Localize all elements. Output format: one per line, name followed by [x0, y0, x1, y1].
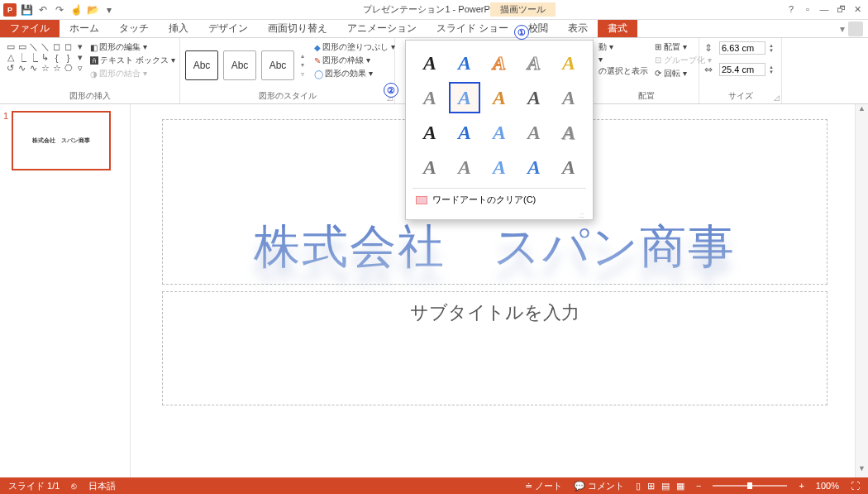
wordart-style-15[interactable]: A [553, 117, 584, 148]
group-size: ⇕ ▲▼ ⇔ ▲▼ サイズ ◿ [699, 38, 782, 103]
zoom-level[interactable]: 100% [816, 481, 839, 491]
fit-window-icon[interactable]: ⛶ [851, 481, 860, 491]
wordart-style-9[interactable]: A [518, 82, 550, 113]
touch-mode-icon[interactable]: ☝ [69, 3, 83, 17]
account-avatar[interactable] [848, 22, 863, 36]
style-preset-2[interactable]: Abc [223, 50, 256, 80]
selection-pane-button[interactable]: の選択と表示 [599, 65, 648, 77]
wordart-style-17[interactable]: A [449, 151, 480, 183]
open-icon[interactable]: 📂 [86, 3, 99, 17]
tab-insert[interactable]: 挿入 [159, 20, 198, 37]
slide-indicator[interactable]: スライド 1/1 [8, 480, 60, 492]
scroll-down-icon[interactable]: ▼ [856, 464, 868, 477]
group-insert-shapes: ▭▭＼＼◻◻▾ △⎿⎿↳{}▾ ↺∿∿☆☆⎔▿ ◧図形の編集 ▾ 🅰テキスト ボ… [0, 38, 180, 103]
rotate-icon: ⟳ [655, 69, 661, 78]
wordart-style-1[interactable]: A [414, 47, 446, 79]
gallery-more-icon[interactable]: ▿ [301, 70, 304, 78]
eraser-icon [416, 196, 427, 204]
dropdown-resize-grip[interactable]: .:: [413, 211, 586, 219]
wordart-style-2[interactable]: A [449, 47, 480, 79]
spellcheck-icon[interactable]: ⎋ [71, 481, 77, 491]
tab-view[interactable]: 表示 [558, 20, 598, 37]
gallery-up-icon[interactable]: ▴ [301, 52, 304, 60]
tab-file[interactable]: ファイル [0, 20, 60, 37]
undo-icon[interactable]: ↶ [36, 3, 50, 17]
ribbon-collapse-icon[interactable]: ▾ [840, 23, 845, 35]
comments-button[interactable]: 💬 コメント [574, 480, 624, 492]
tab-touch[interactable]: タッチ [109, 20, 159, 37]
title-bar: P 💾 ↶ ↷ ☝ 📂 ▾ プレゼンテーション1 - PowerPoint 描画… [0, 0, 868, 20]
wordart-gallery-dropdown: A A A A A A A A A A A A A A A A A A A A … [405, 40, 594, 220]
width-input[interactable] [719, 63, 765, 76]
tab-home[interactable]: ホーム [60, 20, 109, 37]
width-down[interactable]: ▼ [769, 70, 774, 74]
minimize-icon[interactable]: — [817, 4, 832, 15]
subtitle-placeholder[interactable]: サブタイトルを入力 [162, 291, 827, 405]
wordart-style-11[interactable]: A [414, 117, 446, 148]
group-shape-styles: Abc Abc Abc ▴ ▾ ▿ ◆図形の塗りつぶし ▾ ✎図形の枠線 ▾ ◯… [180, 38, 395, 103]
redo-icon[interactable]: ↷ [53, 3, 66, 17]
zoom-in-icon[interactable]: + [799, 481, 804, 491]
slide-thumbnail-panel: 1 株式会社 スパン商事 [0, 104, 131, 477]
wordart-style-7-selected[interactable]: A [449, 82, 480, 113]
wordart-style-20[interactable]: A [553, 151, 584, 183]
view-slideshow-icon[interactable]: ▦ [676, 481, 684, 492]
view-normal-icon[interactable]: ▯ [636, 481, 641, 492]
slide-thumbnail-1[interactable]: 株式会社 スパン商事 [12, 111, 111, 170]
size-dialog-launcher[interactable]: ◿ [774, 94, 780, 102]
zoom-out-icon[interactable]: − [696, 481, 701, 491]
qat-dropdown-icon[interactable]: ▾ [103, 3, 116, 17]
tab-format[interactable]: 書式 [598, 20, 637, 37]
style-preset-1[interactable]: Abc [185, 50, 218, 80]
shape-fill-button[interactable]: ◆図形の塗りつぶし ▾ [314, 41, 395, 53]
window-title: プレゼンテーション1 - PowerPoint [363, 3, 504, 16]
merge-shapes-button[interactable]: ◑図形の結合 ▾ [90, 68, 175, 79]
app-icon[interactable]: P [3, 3, 17, 17]
shapes-gallery[interactable]: ▭▭＼＼◻◻▾ △⎿⎿↳{}▾ ↺∿∿☆☆⎔▿ [5, 41, 85, 89]
ribbon-options-icon[interactable]: ▫ [800, 4, 815, 15]
wordart-style-3[interactable]: A [484, 47, 515, 79]
wordart-style-19[interactable]: A [518, 151, 550, 183]
slide-title-text[interactable]: 株式会社 スパン商事 [254, 216, 736, 279]
view-reading-icon[interactable]: ▤ [661, 481, 670, 492]
height-input[interactable] [719, 41, 765, 55]
wordart-style-5[interactable]: A [553, 47, 584, 79]
wordart-style-8[interactable]: A [484, 82, 515, 113]
clear-wordart-button[interactable]: ワードアートのクリア(C) [413, 188, 586, 211]
tab-design[interactable]: デザイン [198, 20, 258, 37]
style-preset-3[interactable]: Abc [261, 50, 294, 80]
wordart-style-10[interactable]: A [553, 82, 584, 113]
gallery-down-icon[interactable]: ▾ [301, 61, 304, 69]
height-down[interactable]: ▼ [769, 48, 774, 53]
tab-slideshow[interactable]: スライド ショー [427, 20, 518, 37]
wordart-style-14[interactable]: A [518, 117, 550, 148]
send-backward-button[interactable]: ▾ [599, 55, 648, 64]
outline-icon: ✎ [314, 56, 321, 65]
wordart-style-4[interactable]: A [518, 47, 550, 79]
notes-button[interactable]: ≐ ノート [525, 480, 562, 492]
scroll-up-icon[interactable]: ▲ [856, 104, 868, 118]
vertical-scrollbar[interactable]: ▲ ▼ [855, 104, 868, 477]
close-icon[interactable]: ✕ [850, 4, 865, 15]
wordart-style-18[interactable]: A [484, 151, 515, 183]
wordart-style-13[interactable]: A [484, 117, 515, 148]
language-indicator[interactable]: 日本語 [88, 480, 116, 492]
wordart-style-6[interactable]: A [414, 82, 446, 113]
bring-forward-button[interactable]: 動 ▾ [599, 41, 648, 53]
edit-shape-button[interactable]: ◧図形の編集 ▾ [90, 41, 175, 53]
shape-style-gallery[interactable]: Abc Abc Abc ▴ ▾ ▿ [185, 41, 304, 89]
restore-icon[interactable]: 🗗 [833, 4, 848, 15]
width-icon: ⇔ [704, 64, 716, 75]
tab-animations[interactable]: アニメーション [337, 20, 427, 37]
view-sorter-icon[interactable]: ⊞ [647, 481, 655, 492]
zoom-slider[interactable] [713, 485, 787, 487]
wordart-style-16[interactable]: A [414, 151, 446, 183]
help-icon[interactable]: ? [784, 4, 799, 15]
tab-transitions[interactable]: 画面切り替え [258, 20, 337, 37]
text-box-button[interactable]: 🅰テキスト ボックス ▾ [90, 55, 175, 66]
shape-effects-button[interactable]: ◯図形の効果 ▾ [314, 68, 395, 79]
wordart-style-12[interactable]: A [449, 117, 480, 148]
shape-outline-button[interactable]: ✎図形の枠線 ▾ [314, 55, 395, 66]
save-icon[interactable]: 💾 [20, 3, 33, 17]
status-bar: スライド 1/1 ⎋ 日本語 ≐ ノート 💬 コメント ▯ ⊞ ▤ ▦ − + … [0, 477, 868, 494]
